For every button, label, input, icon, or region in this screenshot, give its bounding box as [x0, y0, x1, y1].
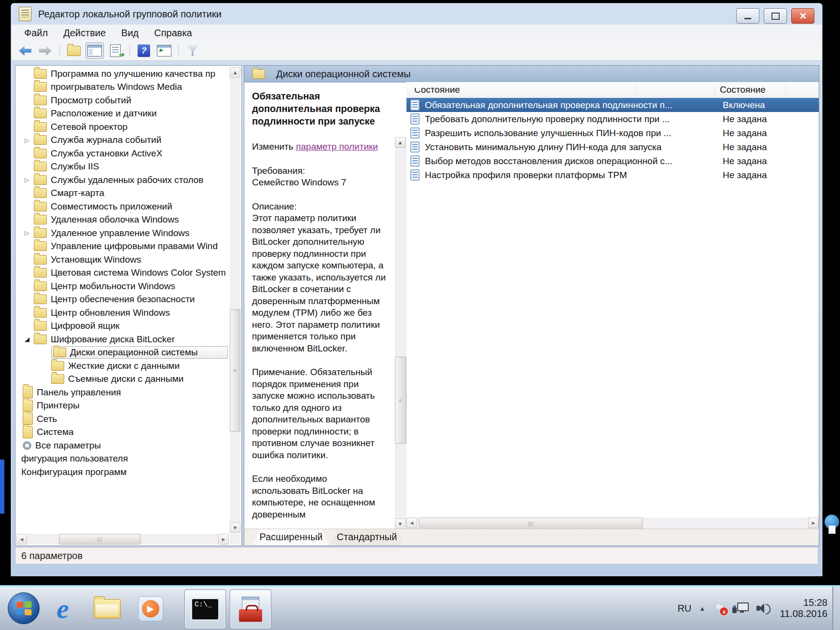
column-divider[interactable] — [636, 84, 637, 96]
tree-item[interactable]: Жесткие диски с данными — [16, 359, 229, 373]
scroll-up-icon[interactable]: ▲ — [230, 67, 240, 78]
scroll-right-icon[interactable]: ► — [808, 518, 819, 528]
restore-button[interactable] — [764, 8, 787, 24]
tree-item[interactable]: проигрыватель Windows Media — [16, 81, 229, 94]
column-header-state-left[interactable]: Состояние — [406, 82, 636, 98]
scroll-down-icon[interactable]: ▼ — [230, 522, 240, 533]
tree-item[interactable]: Совместимость приложений — [16, 200, 229, 213]
show-action-pane-toggle[interactable] — [155, 43, 173, 58]
tree-item[interactable]: Диски операционной системы — [16, 346, 229, 360]
tree-item[interactable]: Смарт-карта — [16, 187, 229, 200]
scroll-right-icon[interactable]: ► — [218, 534, 229, 545]
tree-item[interactable]: Расположение и датчики — [16, 107, 229, 121]
scrollbar-thumb[interactable]: ||| — [419, 518, 643, 529]
show-desktop-button[interactable] — [832, 587, 840, 630]
description-paragraph: Если необходимо использовать BitLocker н… — [252, 473, 387, 520]
tree-item[interactable]: ▷Службы удаленных рабочих столов — [16, 173, 229, 187]
tab-standard[interactable]: Стандартный — [330, 529, 404, 545]
tree-item[interactable]: Съемные диски с данными — [16, 373, 229, 386]
menu-view[interactable]: Вид — [113, 28, 146, 39]
tree-item[interactable]: Цветовая система Windows Color System — [16, 266, 229, 280]
help-icon: ? — [138, 44, 150, 57]
tree-item-label: Службы удаленных рабочих столов — [51, 175, 203, 185]
column-divider[interactable] — [785, 84, 786, 96]
start-button[interactable] — [8, 592, 40, 624]
export-list-button[interactable] — [107, 43, 124, 58]
expand-collapsed-icon[interactable]: ▷ — [20, 229, 34, 237]
internet-explorer-icon[interactable]: e — [48, 594, 77, 623]
tree-horizontal-scrollbar[interactable]: ◄ ||| ► — [16, 534, 229, 545]
tree-item[interactable]: Центр обновления Windows — [16, 306, 229, 320]
scrollbar-thumb[interactable]: ||| — [59, 534, 140, 545]
windows-explorer-icon[interactable] — [93, 594, 122, 623]
tree-item[interactable]: Конфигурация программ — [16, 465, 229, 479]
tree-item[interactable]: Принтеры — [16, 399, 229, 413]
tree-item[interactable]: Сеть — [16, 412, 229, 426]
tab-extended[interactable]: Расширенный — [253, 529, 329, 545]
filter-icon — [186, 45, 199, 56]
expand-collapsed-icon[interactable]: ▷ — [20, 137, 34, 144]
forward-button[interactable] — [37, 43, 54, 58]
tree-item[interactable]: ▷Служба журнала событий — [16, 134, 229, 147]
expand-collapsed-icon[interactable]: ▷ — [20, 176, 34, 183]
tree-item[interactable]: Все параметры — [16, 439, 229, 452]
tree-item[interactable]: ◢Шифрование диска BitLocker — [16, 333, 229, 346]
scroll-up-icon[interactable]: ▲ — [395, 137, 406, 148]
menu-file[interactable]: Файл — [16, 28, 56, 39]
back-button[interactable] — [16, 43, 34, 58]
tree-item[interactable]: Просмотр событий — [16, 94, 229, 107]
folder-icon — [34, 228, 47, 238]
expand-expanded-icon[interactable]: ◢ — [20, 336, 34, 343]
edit-policy-link[interactable]: параметр политики — [296, 141, 378, 152]
table-row[interactable]: Требовать дополнительную проверку подлин… — [406, 112, 819, 126]
up-one-level-button[interactable] — [65, 43, 83, 58]
tree-item[interactable]: фигурация пользователя — [16, 452, 229, 466]
description-vertical-scrollbar[interactable]: ▲ ≡ ▼ — [395, 137, 406, 529]
list-horizontal-scrollbar[interactable]: ◄ ||| ► — [406, 518, 819, 529]
table-row[interactable]: Разрешить использование улучшенных ПИН-к… — [406, 126, 819, 140]
close-button[interactable]: × — [791, 8, 814, 24]
tree-item[interactable]: Установщик Windows — [16, 253, 229, 266]
column-header-state-right[interactable]: Состояние — [715, 82, 785, 98]
scroll-down-icon[interactable]: ▼ — [395, 518, 406, 529]
tree-item[interactable]: Центр мобильности Windows — [16, 280, 229, 293]
tree-vertical-scrollbar[interactable]: ▲ ≡ ▼ — [230, 67, 240, 533]
tray-expand-icon[interactable]: ▲ — [699, 605, 705, 612]
clock[interactable]: 15:28 11.08.2016 — [780, 597, 827, 619]
tree-item[interactable]: Удаленная оболочка Windows — [16, 213, 229, 227]
view-tab-strip: Расширенный Стандартный — [244, 529, 819, 546]
tree-item[interactable]: Программа по улучшению качества пр — [16, 67, 229, 81]
table-row[interactable]: Обязательная дополнительная проверка под… — [406, 98, 819, 112]
tree-item[interactable]: Панель управления — [16, 386, 229, 399]
menu-help[interactable]: Справка — [146, 28, 199, 39]
tree-item[interactable]: Управление цифровыми правами Wind — [16, 240, 229, 253]
network-icon[interactable] — [732, 602, 749, 615]
scroll-left-icon[interactable]: ◄ — [406, 518, 417, 528]
table-row[interactable]: Установить минимальную длину ПИН-кода дл… — [406, 140, 819, 154]
media-player-icon[interactable]: ▶ — [136, 594, 165, 623]
menu-action[interactable]: Действие — [56, 28, 113, 39]
table-row[interactable]: Настройка профиля проверки платформы TPM… — [406, 168, 819, 182]
scrollbar-thumb[interactable]: ≡ — [395, 357, 406, 444]
toolbox-taskbar-button[interactable] — [230, 589, 271, 629]
filter-button[interactable] — [184, 43, 201, 58]
scrollbar-thumb[interactable]: ≡ — [230, 309, 240, 432]
scroll-left-icon[interactable]: ◄ — [16, 534, 27, 545]
titlebar[interactable]: Редактор локальной групповой политики × — [11, 3, 822, 25]
help-button[interactable]: ? — [135, 43, 153, 58]
tree-item[interactable]: Центр обеспечения безопасности — [16, 293, 229, 307]
tree-item[interactable]: Служба установки ActiveX — [16, 147, 229, 160]
volume-icon[interactable] — [756, 602, 772, 615]
language-indicator[interactable]: RU — [677, 603, 691, 614]
tree-item[interactable]: Сетевой проектор — [16, 120, 229, 134]
folder-icon — [34, 82, 47, 92]
action-center-flag-icon[interactable]: ⚑x — [713, 601, 725, 616]
tree-item[interactable]: Службы IIS — [16, 160, 229, 174]
show-console-tree-toggle[interactable] — [85, 42, 104, 59]
tree-item[interactable]: Цифровой ящик — [16, 320, 229, 333]
command-prompt-taskbar-button[interactable]: C:\_ — [184, 589, 226, 629]
tree-item[interactable]: ▷Удаленное управление Windows — [16, 226, 229, 240]
minimize-button[interactable] — [736, 8, 759, 24]
table-row[interactable]: Выбор методов восстановления дисков опер… — [406, 154, 819, 168]
tree-item[interactable]: Система — [16, 426, 229, 439]
